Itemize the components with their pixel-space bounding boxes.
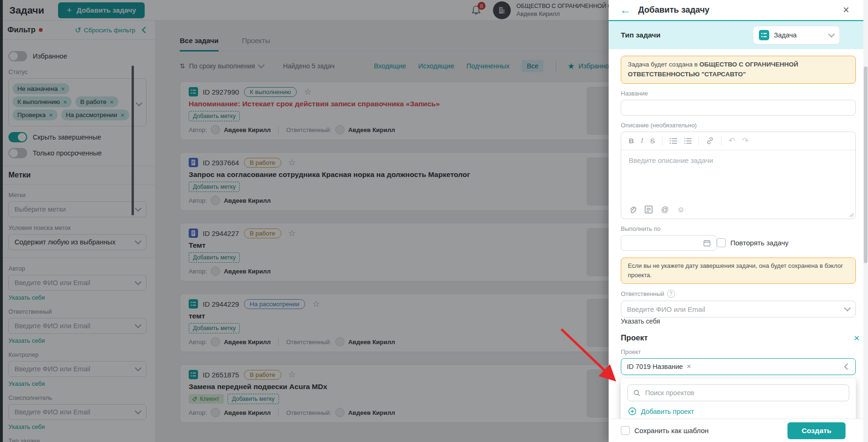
drawer-title: Добавить задачу <box>638 5 709 15</box>
chevron-down-icon <box>844 305 851 311</box>
project-section-header: Проект × <box>621 333 856 342</box>
mention-icon[interactable]: @ <box>661 206 669 214</box>
modal-dim-overlay[interactable] <box>0 0 609 442</box>
remove-chip-icon[interactable]: × <box>687 362 691 371</box>
calendar-icon <box>703 239 711 247</box>
create-button[interactable]: Создать <box>787 422 846 439</box>
due-row: Повторять задачу <box>621 235 856 251</box>
italic-icon[interactable]: I <box>641 137 643 145</box>
link-icon[interactable] <box>706 137 714 145</box>
responsible-select[interactable]: Введите ФИО или Email <box>621 301 856 317</box>
resize-handle[interactable] <box>849 213 854 217</box>
task-type-icon <box>759 30 769 40</box>
drawer-scrollbar-track[interactable] <box>863 0 868 442</box>
editor-footer: @ ☺ <box>621 206 855 219</box>
description-input[interactable]: Введите описание задачи <box>621 150 855 206</box>
add-project-button[interactable]: Добавить проект <box>621 401 856 420</box>
drawer-header: ← Добавить задачу × <box>609 0 868 21</box>
bullet-list-icon[interactable] <box>669 138 677 144</box>
drawer-footer: Сохранить как шаблон Создать <box>609 419 863 442</box>
help-icon[interactable]: ? <box>667 290 675 298</box>
drawer-scrollbar-thumb[interactable] <box>864 66 868 263</box>
undo-icon[interactable]: ↶ <box>728 136 735 146</box>
description-label: Описание (необязательно) <box>621 122 856 129</box>
task-type-select[interactable]: Задача <box>753 26 840 44</box>
template-card-icon[interactable] <box>645 206 653 214</box>
attachment-icon[interactable] <box>629 206 636 214</box>
emoji-icon[interactable]: ☺ <box>677 206 684 214</box>
checkbox[interactable] <box>621 426 630 435</box>
divider <box>662 137 662 145</box>
responsible-label: Ответственный ? <box>621 290 856 298</box>
due-date-label: Выполнить по <box>621 225 856 232</box>
plus-circle-icon <box>628 407 636 415</box>
type-label: Тип задачи <box>621 31 661 39</box>
numbered-list-icon[interactable] <box>684 138 691 144</box>
due-date-input[interactable] <box>621 235 717 251</box>
strikethrough-icon[interactable]: S <box>650 137 655 145</box>
back-arrow-icon[interactable]: ← <box>620 5 631 15</box>
checkbox[interactable] <box>717 238 726 247</box>
redo-icon[interactable]: ↷ <box>742 136 749 146</box>
chevron-collapse-icon <box>844 363 851 370</box>
app-root: Задачи + Добавить задачу 8 <box>0 0 868 442</box>
name-label: Название <box>621 90 856 97</box>
save-template-checkbox-row[interactable]: Сохранить как шаблон <box>621 426 709 435</box>
project-select[interactable]: ID 7019 Название × <box>621 358 856 375</box>
search-icon <box>633 390 640 397</box>
drawer-body: Задача будет создана в ОБЩЕСТВО С ОГРАНИ… <box>609 56 868 442</box>
description-editor[interactable]: B I S <box>621 132 856 219</box>
responsible-self-link[interactable]: Указать себя <box>621 317 660 325</box>
remove-project-section-icon[interactable]: × <box>854 332 860 344</box>
repeat-task-checkbox-row[interactable]: Повторять задачу <box>717 238 788 247</box>
org-notice: Задача будет создана в ОБЩЕСТВО С ОГРАНИ… <box>621 56 856 84</box>
divider <box>699 137 699 145</box>
close-icon[interactable]: × <box>843 5 849 15</box>
editor-toolbar: B I S <box>621 132 855 150</box>
bold-icon[interactable]: B <box>629 137 634 145</box>
divider <box>721 137 721 145</box>
chevron-down-icon <box>828 31 835 37</box>
add-task-drawer: ← Добавить задачу × Тип задачи Задача За… <box>609 0 868 442</box>
project-label: Проект <box>621 348 856 355</box>
task-type-band: Тип задачи Задача <box>609 21 868 49</box>
project-search-input[interactable]: Поиск проектов <box>627 384 849 401</box>
backlog-notice: Если вы не укажете дату завершения задач… <box>621 258 856 284</box>
task-name-input[interactable] <box>621 100 856 116</box>
